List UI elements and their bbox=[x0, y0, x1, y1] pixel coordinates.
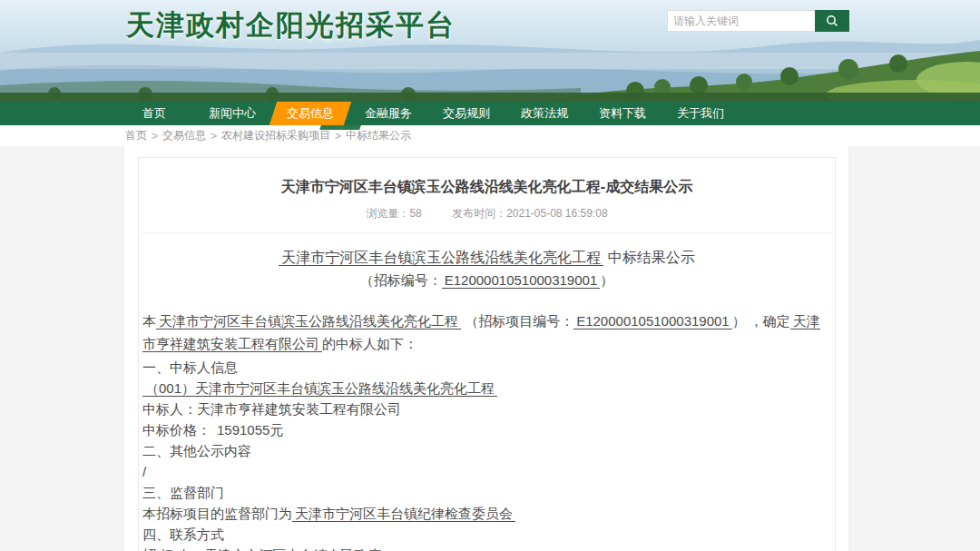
search-input[interactable] bbox=[667, 10, 815, 32]
nav-item-home[interactable]: 首页 bbox=[124, 102, 184, 125]
section4-title: 四、联系方式 bbox=[142, 524, 831, 545]
breadcrumb-trade-info[interactable]: 交易信息 bbox=[162, 128, 206, 143]
intro-paragraph: 本天津市宁河区丰台镇滨玉公路线沿线美化亮化工程 （招标项目编号：E1200001… bbox=[142, 310, 831, 355]
search-button[interactable] bbox=[815, 10, 849, 32]
winner-company: 天津市亨祥建筑安装工程有限公司 bbox=[197, 401, 401, 417]
search-bar bbox=[667, 10, 849, 32]
section1-title: 一、中标人信息 bbox=[142, 357, 831, 378]
nav-item-news[interactable]: 新闻中心 bbox=[202, 102, 262, 125]
header-banner: 天津政村企阳光招采平台 bbox=[0, 0, 980, 102]
subtitle-project-name: 天津市宁河区丰台镇滨玉公路线沿线美化亮化工程 bbox=[279, 250, 603, 266]
intro-project-code: E1200001051000319001 bbox=[573, 313, 732, 330]
site-title: 天津政村企阳光招采平台 bbox=[126, 6, 456, 44]
breadcrumb-current: 中标结果公示 bbox=[346, 128, 411, 143]
article-panel: 天津市宁河区丰台镇滨玉公路线沿线美化亮化工程-成交结果公示 浏览量：58 发布时… bbox=[138, 157, 836, 551]
active-tab-indicator bbox=[319, 125, 361, 130]
section2-title: 二、其他公示内容 bbox=[142, 440, 831, 461]
breadcrumb-separator: > bbox=[152, 130, 158, 143]
breadcrumb-rural-projects[interactable]: 农村建设招标采购项目 bbox=[221, 128, 330, 143]
section2-content: / bbox=[142, 461, 831, 482]
breadcrumb-home[interactable]: 首页 bbox=[125, 128, 147, 143]
views-count: 58 bbox=[409, 207, 421, 220]
meta-divider bbox=[142, 232, 831, 233]
article-meta: 浏览量：58 发布时间：2021-05-08 16:59:08 bbox=[142, 206, 831, 221]
views-label: 浏览量： bbox=[366, 207, 409, 220]
main-nav: 首页 新闻中心 交易信息 金融服务 交易规则 政策法规 资料下载 关于我们 bbox=[0, 102, 980, 125]
page-body: 天津市宁河区丰台镇滨玉公路线沿线美化亮化工程-成交结果公示 浏览量：58 发布时… bbox=[0, 146, 980, 551]
announcement-subtitle: 天津市宁河区丰台镇滨玉公路线沿线美化亮化工程 中标结果公示 bbox=[142, 249, 831, 268]
winning-price: 1591055元 bbox=[217, 422, 283, 438]
intro-project-name: 天津市宁河区丰台镇滨玉公路线沿线美化亮化工程 bbox=[156, 313, 461, 330]
breadcrumb-separator: > bbox=[335, 130, 341, 143]
supervision-line: 本招标项目的监督部门为天津市宁河区丰台镇纪律检查委员会 bbox=[142, 503, 831, 524]
nav-item-downloads[interactable]: 资料下载 bbox=[593, 102, 652, 125]
nav-item-trade-rules[interactable]: 交易规则 bbox=[436, 102, 496, 125]
article-body: 本天津市宁河区丰台镇滨玉公路线沿线美化亮化工程 （招标项目编号：E1200001… bbox=[142, 310, 831, 551]
winner-line: 中标人：天津市亨祥建筑安装工程有限公司 bbox=[142, 398, 831, 419]
search-icon bbox=[825, 14, 839, 28]
supervision-org: 天津市宁河区丰台镇纪律检查委员会 bbox=[292, 506, 515, 522]
contact-bidder-line: 招 标 人：天津市宁河区丰台镇人民政府 bbox=[142, 545, 831, 551]
bid-number-line: （招标编号：E1200001051000319001） bbox=[142, 272, 831, 290]
nav-item-trade-info[interactable]: 交易信息 bbox=[280, 102, 340, 125]
publish-time-value: 2021-05-08 16:59:08 bbox=[506, 207, 607, 220]
bidder-name: 天津市宁河区丰台镇人民政府 bbox=[204, 547, 381, 551]
breadcrumb-separator: > bbox=[211, 130, 217, 143]
nav-item-about[interactable]: 关于我们 bbox=[671, 102, 730, 125]
publish-time-label: 发布时间： bbox=[452, 207, 506, 220]
article-title: 天津市宁河区丰台镇滨玉公路线沿线美化亮化工程-成交结果公示 bbox=[142, 178, 831, 197]
nav-item-policies[interactable]: 政策法规 bbox=[514, 102, 574, 125]
content-container: 天津市宁河区丰台镇滨玉公路线沿线美化亮化工程-成交结果公示 浏览量：58 发布时… bbox=[124, 146, 848, 551]
section1-item: （001）天津市宁河区丰台镇滨玉公路线沿线美化亮化工程 bbox=[142, 378, 831, 398]
price-line: 中标价格：1591055元 bbox=[142, 419, 831, 440]
nav-item-finance[interactable]: 金融服务 bbox=[358, 102, 418, 125]
section3-title: 三、监督部门 bbox=[142, 482, 831, 503]
lot-project-name: （001）天津市宁河区丰台镇滨玉公路线沿线美化亮化工程 bbox=[142, 380, 497, 397]
bid-number: E1200001051000319001 bbox=[442, 272, 601, 289]
breadcrumb: 首页 > 交易信息 > 农村建设招标采购项目 > 中标结果公示 bbox=[0, 125, 980, 146]
